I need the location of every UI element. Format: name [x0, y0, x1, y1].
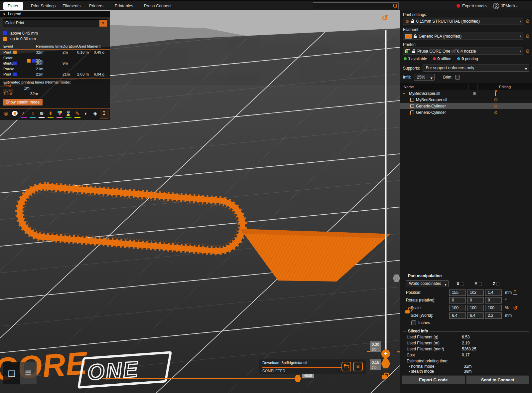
tool-changes-icon[interactable]: ⇟: [46, 110, 55, 118]
axis-lock-box-icon[interactable]: [496, 283, 499, 286]
size-z-field[interactable]: [485, 312, 502, 319]
tab-plater[interactable]: Plater: [3, 2, 23, 10]
infill-select[interactable]: 25% ▾: [414, 74, 435, 81]
send-to-connect-button[interactable]: Send to Connect: [466, 375, 530, 384]
uniform-scale-lock-icon[interactable]: [405, 310, 410, 313]
mode-selector[interactable]: Expert mode: [462, 4, 486, 8]
event-label: Pause: [3, 66, 14, 72]
size-x-field[interactable]: [449, 312, 466, 319]
tab-printables[interactable]: Printables: [110, 2, 138, 10]
search-icon[interactable]: [393, 4, 397, 8]
seams-icon[interactable]: ≋: [37, 110, 46, 118]
tab-filaments[interactable]: Filaments: [58, 2, 85, 10]
custom-gcode-icon[interactable]: ✎: [73, 110, 82, 118]
position-row: Position: mm: [406, 289, 528, 296]
first-layer-row: First layer: 1m: [0, 86, 110, 91]
tab-prusa-connect[interactable]: Prusa Connect: [140, 2, 176, 10]
shells-icon[interactable]: ◈: [91, 110, 99, 118]
editor-view-button[interactable]: ◻: [3, 362, 20, 384]
part-manipulation-panel: Part manipulation World coordinates ▾ X …: [403, 274, 529, 328]
rotate-z-field[interactable]: [485, 297, 502, 303]
drop-to-bed-icon[interactable]: [513, 291, 518, 295]
size-y-field[interactable]: [467, 312, 484, 319]
object-row-generic-cylinder-2[interactable]: Generic-Cylinder ⚙: [400, 109, 532, 115]
undo-arrow-icon[interactable]: ↺: [382, 13, 388, 23]
object-row-generic-cylinder[interactable]: Generic-Cylinder ⚙: [400, 103, 532, 109]
position-x-field[interactable]: [449, 290, 466, 296]
filament-select[interactable]: Generic PLA (modified) ▾: [403, 33, 523, 40]
view-type-select[interactable]: Color Print ▼: [3, 19, 107, 27]
position-z-field[interactable]: [485, 290, 502, 296]
event-color-swatch: [13, 62, 17, 65]
tree-collapse-icon[interactable]: ▾: [402, 92, 406, 95]
rotate-y-field[interactable]: [467, 297, 484, 303]
show-stealth-mode-button[interactable]: Show stealth mode: [3, 99, 43, 105]
center-of-gravity-icon[interactable]: ◐: [82, 110, 90, 118]
axis-lock-box-icon[interactable]: [479, 283, 482, 286]
collapse-triangle-icon[interactable]: ▼: [3, 13, 6, 16]
layer-slider-track[interactable]: [385, 30, 387, 364]
tool-marker-icon[interactable]: ↧: [100, 110, 108, 118]
part-settings-gear-icon[interactable]: ⚙: [491, 97, 501, 102]
scale-z-field[interactable]: [485, 305, 502, 311]
printer-select[interactable]: Prusa CORE One HF0.4 nozzle ▾: [403, 48, 523, 55]
object-list-header: Name Editing: [400, 84, 532, 90]
search-input[interactable]: [313, 2, 399, 9]
slider-lock-icon[interactable]: [382, 375, 387, 379]
rotate-x-field[interactable]: [449, 297, 466, 303]
part-settings-gear-icon[interactable]: ⚙: [491, 103, 501, 109]
scale-x-field[interactable]: [449, 305, 466, 311]
print-settings-gear-button[interactable]: ⚙: [525, 18, 531, 24]
mode-chevron-icon[interactable]: ▾: [485, 4, 487, 8]
sliced-info-row: Cost0.17: [407, 353, 528, 357]
size-row: Size [World]: mm: [406, 312, 528, 319]
reset-scale-icon[interactable]: ↺: [513, 305, 520, 311]
pause-prints-icon[interactable]: ⌛: [64, 110, 73, 118]
object-row-mybedscraper-part[interactable]: MyBedScraper.stl ⚙: [400, 97, 532, 103]
export-gcode-button[interactable]: Export G-code: [402, 375, 465, 384]
inches-checkbox[interactable]: [411, 320, 416, 325]
tab-printers[interactable]: Printers: [85, 2, 108, 10]
deretractions-icon[interactable]: «: [28, 110, 37, 118]
layer-slider-upper-handle[interactable]: +: [381, 349, 390, 358]
brim-checkbox[interactable]: [455, 75, 460, 80]
first-layer-value: 1m: [24, 86, 30, 91]
user-chevron-icon[interactable]: ▾: [516, 4, 518, 8]
view-type-dropdown-icon[interactable]: ▼: [99, 20, 107, 27]
event-duration: 2m: [63, 50, 77, 55]
part-settings-gear-icon[interactable]: ⚙: [491, 110, 501, 115]
legend-header[interactable]: ▼Legend: [0, 11, 110, 17]
preview-3d-viewport[interactable]: CORE ONE ▼Legend Color Pr: [0, 10, 400, 393]
position-y-field[interactable]: [467, 290, 484, 296]
open-folder-button[interactable]: [341, 362, 351, 371]
axis-lock-box-icon[interactable]: [461, 283, 464, 286]
event-row: Pause 21m: [0, 66, 110, 72]
legend-scale-item: above 0.45 mm: [0, 30, 110, 36]
travels-icon[interactable]: ◎: [2, 110, 10, 118]
color-changes-icon[interactable]: [55, 110, 64, 118]
retractions-icon[interactable]: «: [20, 110, 28, 118]
event-duration: 9m: [63, 61, 77, 66]
event-label: Print: [3, 72, 11, 77]
coordinates-select[interactable]: World coordinates ▾: [406, 280, 449, 287]
inches-row: Inches: [411, 320, 528, 325]
visibility-eye-icon[interactable]: ⊙: [470, 91, 479, 96]
editing-state-icon[interactable]: [491, 91, 501, 96]
filament-gear-button[interactable]: ⚙: [525, 33, 531, 39]
dismiss-notification-button[interactable]: ×: [353, 362, 363, 371]
user-menu[interactable]: JPMath: [501, 4, 515, 8]
move-slider-track[interactable]: [102, 378, 299, 379]
object-row-mybedscraper[interactable]: ▾ MyBedScraper.stl ⊙: [400, 90, 532, 97]
event-row: Print 30m 9m: [0, 61, 110, 66]
scale-y-field[interactable]: [467, 305, 484, 311]
preview-view-button[interactable]: ≡: [20, 362, 37, 384]
printer-gear-button[interactable]: ⚙: [525, 48, 531, 54]
wipe-icon[interactable]: [11, 110, 19, 118]
supports-select[interactable]: For support enforcers only ▾: [423, 65, 529, 72]
print-settings-select[interactable]: ⚙ 0.15mm STRUCTURAL (modified) ▾: [403, 18, 523, 25]
event-row: Print 32m 2m 0.16 m 0.49 g: [0, 50, 110, 55]
infill-label: Infill:: [403, 75, 411, 80]
tab-print-settings[interactable]: Print Settings: [27, 2, 60, 10]
user-avatar-icon[interactable]: [493, 3, 499, 9]
expert-mode-indicator-icon: [457, 4, 460, 8]
